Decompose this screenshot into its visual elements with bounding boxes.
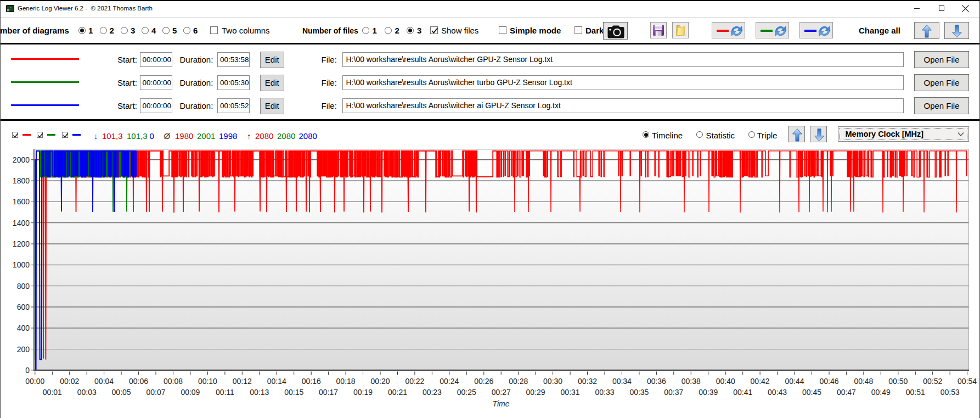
svg-text:00:11: 00:11	[216, 388, 234, 397]
svg-text:1600: 1600	[13, 197, 30, 206]
svg-text:00:08: 00:08	[164, 377, 183, 386]
svg-text:00:50: 00:50	[888, 377, 908, 386]
svg-text:00:22: 00:22	[405, 377, 424, 386]
svg-text:00:01: 00:01	[43, 388, 62, 397]
svg-text:400: 400	[17, 324, 30, 332]
svg-text:00:51: 00:51	[906, 388, 925, 397]
svg-text:00:14: 00:14	[267, 377, 286, 386]
svg-text:00:09: 00:09	[181, 388, 200, 397]
svg-text:00:38: 00:38	[682, 377, 701, 386]
svg-text:00:43: 00:43	[768, 388, 787, 397]
svg-text:00:45: 00:45	[802, 388, 821, 397]
svg-text:00:06: 00:06	[129, 377, 148, 386]
svg-text:00:00: 00:00	[25, 377, 44, 386]
svg-text:00:37: 00:37	[664, 388, 683, 397]
svg-text:00:04: 00:04	[94, 377, 114, 386]
svg-text:00:40: 00:40	[716, 377, 735, 386]
svg-text:00:18: 00:18	[336, 377, 356, 386]
svg-text:00:35: 00:35	[629, 388, 649, 397]
svg-text:00:02: 00:02	[60, 377, 79, 386]
svg-text:00:07: 00:07	[146, 388, 165, 397]
svg-text:00:32: 00:32	[578, 377, 597, 386]
svg-text:00:47: 00:47	[837, 388, 856, 397]
svg-text:00:39: 00:39	[699, 388, 718, 397]
svg-text:00:27: 00:27	[492, 388, 511, 397]
svg-text:00:20: 00:20	[370, 377, 390, 386]
svg-text:00:36: 00:36	[647, 377, 666, 386]
svg-text:00:28: 00:28	[509, 377, 528, 386]
svg-text:00:41: 00:41	[733, 388, 752, 397]
svg-text:00:49: 00:49	[871, 388, 891, 397]
svg-text:00:24: 00:24	[440, 377, 459, 386]
svg-text:00:30: 00:30	[543, 377, 562, 386]
svg-text:00:33: 00:33	[595, 388, 614, 397]
svg-text:00:53: 00:53	[940, 388, 960, 397]
svg-text:00:16: 00:16	[302, 377, 321, 386]
svg-text:00:54: 00:54	[958, 377, 977, 386]
svg-text:00:17: 00:17	[319, 388, 338, 397]
svg-text:00:25: 00:25	[457, 388, 476, 397]
svg-text:2000: 2000	[13, 155, 30, 164]
svg-text:Time: Time	[493, 399, 510, 408]
svg-text:200: 200	[17, 345, 30, 354]
svg-text:1400: 1400	[13, 219, 30, 227]
svg-text:00:52: 00:52	[923, 377, 942, 386]
svg-text:00:23: 00:23	[423, 388, 442, 397]
svg-text:1800: 1800	[13, 176, 30, 185]
svg-text:600: 600	[17, 303, 30, 311]
svg-text:00:19: 00:19	[353, 388, 373, 397]
svg-text:1200: 1200	[13, 239, 30, 248]
svg-text:1000: 1000	[13, 260, 30, 269]
svg-text:00:10: 00:10	[198, 377, 217, 386]
svg-text:00:42: 00:42	[751, 377, 770, 386]
svg-text:00:03: 00:03	[77, 388, 97, 397]
svg-text:00:31: 00:31	[561, 388, 580, 397]
svg-text:00:12: 00:12	[233, 377, 252, 386]
svg-text:00:15: 00:15	[284, 388, 303, 397]
svg-text:00:26: 00:26	[474, 377, 493, 386]
svg-text:00:29: 00:29	[526, 388, 545, 397]
svg-text:00:13: 00:13	[250, 388, 269, 397]
svg-text:00:21: 00:21	[388, 388, 407, 397]
svg-text:00:48: 00:48	[854, 377, 873, 386]
svg-text:00:44: 00:44	[785, 377, 804, 386]
svg-text:800: 800	[17, 282, 30, 291]
svg-text:00:46: 00:46	[819, 377, 838, 386]
svg-text:0: 0	[25, 366, 30, 375]
svg-text:00:34: 00:34	[612, 377, 632, 386]
svg-text:00:05: 00:05	[112, 388, 131, 397]
